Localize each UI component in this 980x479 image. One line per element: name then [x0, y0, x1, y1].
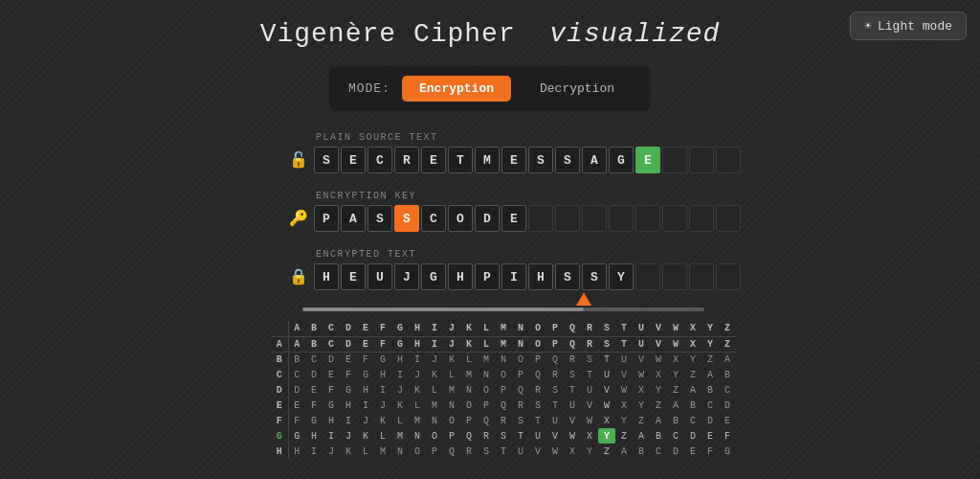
vigenere-cell-r1-c6: G: [374, 352, 391, 367]
vigenere-cell-r4-c2: F: [305, 398, 323, 413]
unlock-icon: 🔓: [289, 150, 308, 170]
vigenere-cell-r3-c24: A: [684, 382, 702, 398]
vigenere-cell-r3-c1: D: [288, 382, 305, 398]
vigenere-cell-r0-c26: Z: [719, 336, 736, 352]
vigenere-cell-r6-c12: R: [478, 428, 495, 444]
vigenere-cell-r5-c21: Z: [633, 413, 650, 428]
vigenere-cell-r0-c23: W: [667, 336, 684, 352]
vigenere-cell-r4-c8: L: [409, 398, 426, 413]
vigenere-cell-r5-c20: Y: [615, 413, 633, 428]
vigenere-cell-r2-c3: E: [323, 367, 340, 382]
vigenere-cell-r1-c17: R: [564, 352, 581, 367]
vigenere-cell-r6-c18: X: [581, 428, 598, 444]
vigenere-cell-r4-c11: O: [460, 398, 478, 413]
vigenere-header-corner: [271, 321, 288, 336]
vigenere-table: ABCDEFGHIJKLMNOPQRSTUVWXYZAABCDEFGHIJKLM…: [271, 321, 736, 459]
vigenere-cell-r0-c24: X: [684, 336, 702, 352]
vigenere-cell-r1-c24: Y: [684, 352, 702, 367]
vigenere-cell-r0-c25: Y: [702, 336, 719, 352]
vigenere-cell-r4-c5: I: [357, 398, 374, 413]
vigenere-cell-r3-c23: Z: [667, 382, 684, 398]
vigenere-cell-r3-c8: K: [409, 382, 426, 398]
vigenere-cell-r5-c9: N: [426, 413, 443, 428]
vigenere-cell-r1-c10: K: [443, 352, 460, 367]
vigenere-cell-r6-c23: C: [667, 428, 684, 444]
vigenere-cell-r4-c23: A: [667, 398, 684, 413]
vigenere-cell-r7-c14: U: [512, 444, 529, 459]
vigenere-header-J: J: [443, 321, 460, 336]
vigenere-cell-r4-c16: T: [546, 398, 564, 413]
key-cell-1: A: [341, 205, 366, 232]
enc-cell-8: H: [528, 263, 553, 290]
vigenere-cell-r4-c13: Q: [495, 398, 512, 413]
plain-cell-0: S: [314, 147, 339, 173]
light-mode-label: Light mode: [878, 19, 952, 34]
vigenere-cell-r1-c19: T: [598, 352, 615, 367]
encryption-key-label: ENCRYPTION KEY: [316, 191, 691, 201]
vigenere-cell-r2-c4: F: [340, 367, 357, 382]
vigenere-cell-r0-c16: P: [546, 336, 564, 352]
vigenere-cell-r2-c9: K: [426, 367, 443, 382]
vigenere-cell-r7-c12: S: [478, 444, 495, 459]
vigenere-cell-r5-c3: H: [323, 413, 340, 428]
vigenere-cell-r0-c17: Q: [564, 336, 581, 352]
vigenere-header-E: E: [357, 321, 374, 336]
plain-cell-empty-15: [716, 147, 741, 173]
vigenere-cell-r6-c24: D: [684, 428, 702, 444]
plain-cell-12: E: [635, 147, 660, 173]
vigenere-header-C: C: [323, 321, 340, 336]
vigenere-cell-r7-c23: D: [667, 444, 684, 459]
vigenere-cell-r0-c14: N: [512, 336, 529, 352]
plain-cell-empty-13: [662, 147, 687, 173]
plain-cell-9: S: [555, 147, 580, 173]
plain-source-row: 🔓 SECRETMESSAGE: [289, 147, 691, 173]
encryption-mode-button[interactable]: Encryption: [402, 76, 511, 102]
vigenere-cell-r6-c22: B: [650, 428, 667, 444]
enc-cell-4: G: [421, 263, 446, 290]
vigenere-cell-r5-c18: W: [581, 413, 598, 428]
vigenere-cell-r2-c5: G: [357, 367, 374, 382]
vigenere-cell-r2-c21: W: [633, 367, 650, 382]
vigenere-cell-r3-c12: O: [478, 382, 495, 398]
vigenere-cell-r5-c17: V: [564, 413, 581, 428]
vigenere-cell-r5-c15: T: [529, 413, 546, 428]
vigenere-cell-r1-c20: U: [615, 352, 633, 367]
plain-cell-5: T: [448, 147, 473, 173]
vigenere-cell-r0-c3: C: [323, 336, 340, 352]
vigenere-cell-r6-c0: G: [271, 428, 288, 444]
vigenere-cell-r1-c8: I: [409, 352, 426, 367]
enc-cell-1: E: [341, 263, 366, 290]
vigenere-cell-r2-c2: D: [305, 367, 323, 382]
plain-cell-4: E: [421, 147, 446, 173]
vigenere-header-T: T: [615, 321, 633, 336]
vigenere-header-F: F: [374, 321, 391, 336]
vigenere-cell-r3-c13: P: [495, 382, 512, 398]
plain-source-label: PLAIN SOURCE TEXT: [316, 132, 691, 143]
vigenere-header-S: S: [598, 321, 615, 336]
vigenere-cell-r4-c17: U: [564, 398, 581, 413]
vigenere-cell-r0-c15: O: [529, 336, 546, 352]
vigenere-cell-r0-c5: E: [357, 336, 374, 352]
vigenere-cell-r5-c25: D: [702, 413, 719, 428]
enc-cell-empty-14: [689, 263, 714, 290]
key-cell-6: D: [475, 205, 500, 232]
plain-cell-2: C: [368, 147, 392, 173]
enc-cell-2: U: [368, 263, 392, 290]
vigenere-cell-r4-c22: Z: [650, 398, 667, 413]
vigenere-cell-r1-c12: M: [478, 352, 495, 367]
vigenere-cell-r4-c12: P: [478, 398, 495, 413]
vigenere-header-U: U: [633, 321, 650, 336]
vigenere-cell-r7-c18: Y: [581, 444, 598, 459]
vigenere-cell-r5-c1: F: [288, 413, 305, 428]
slider-track[interactable]: [302, 308, 704, 311]
decryption-mode-button[interactable]: Decryption: [523, 76, 632, 102]
encryption-key-row: 🔑 PASSCODE: [289, 205, 691, 232]
vigenere-header-D: D: [340, 321, 357, 336]
vigenere-header-K: K: [460, 321, 478, 336]
vigenere-cell-r4-c18: V: [581, 398, 598, 413]
plain-cell-3: R: [394, 147, 419, 173]
key-cell-3: S: [394, 205, 419, 232]
light-mode-button[interactable]: ☀️ Light mode: [850, 11, 967, 40]
key-cell-empty-13: [662, 205, 687, 232]
plain-cell-11: G: [609, 147, 634, 173]
